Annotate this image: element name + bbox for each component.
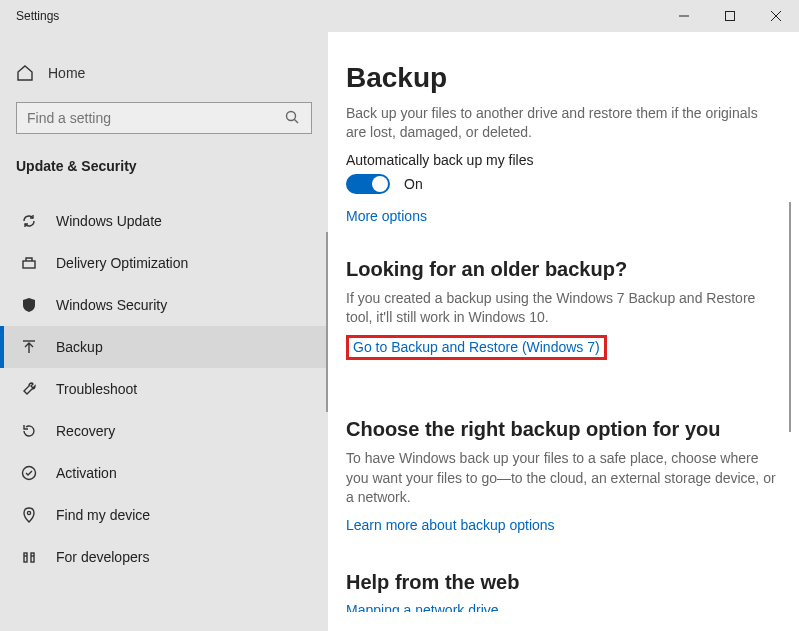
wrench-icon — [20, 380, 38, 398]
sidebar-item-troubleshoot[interactable]: Troubleshoot — [0, 368, 328, 410]
more-options-link[interactable]: More options — [346, 208, 427, 224]
search-box[interactable] — [16, 102, 312, 134]
close-icon — [771, 11, 781, 21]
toggle-heading: Automatically back up my files — [346, 152, 781, 168]
window-controls — [661, 0, 799, 32]
sidebar-item-activation[interactable]: Activation — [0, 452, 328, 494]
sidebar-item-find-my-device[interactable]: Find my device — [0, 494, 328, 536]
svg-rect-11 — [31, 553, 34, 562]
developer-icon — [20, 548, 38, 566]
auto-backup-toggle-row: On — [346, 174, 781, 194]
svg-rect-10 — [24, 553, 27, 562]
sidebar-section-title: Update & Security — [0, 152, 328, 186]
older-backup-title: Looking for an older backup? — [346, 258, 781, 281]
help-web-title: Help from the web — [346, 571, 781, 594]
titlebar: Settings — [0, 0, 799, 32]
svg-point-9 — [27, 511, 30, 514]
sidebar-item-label: Find my device — [56, 507, 150, 523]
backup-restore-win7-link[interactable]: Go to Backup and Restore (Windows 7) — [353, 339, 600, 355]
page-title: Backup — [346, 62, 781, 94]
sidebar-item-label: Windows Update — [56, 213, 162, 229]
recovery-icon — [20, 422, 38, 440]
svg-point-8 — [23, 467, 36, 480]
sidebar-item-delivery-optimization[interactable]: Delivery Optimization — [0, 242, 328, 284]
svg-rect-6 — [23, 261, 35, 268]
close-button[interactable] — [753, 0, 799, 32]
delivery-icon — [20, 254, 38, 272]
window-title: Settings — [16, 9, 59, 23]
shield-icon — [20, 296, 38, 314]
sidebar-item-label: Delivery Optimization — [56, 255, 188, 271]
content-scrollbar[interactable] — [789, 202, 791, 432]
toggle-state-label: On — [404, 176, 423, 192]
home-label: Home — [48, 65, 85, 81]
sidebar-item-label: Backup — [56, 339, 103, 355]
older-backup-body: If you created a backup using the Window… — [346, 289, 781, 328]
sidebar-item-windows-update[interactable]: Windows Update — [0, 200, 328, 242]
content-pane: Backup Back up your files to another dri… — [328, 32, 799, 631]
page-intro: Back up your files to another drive and … — [346, 104, 781, 142]
maximize-icon — [725, 11, 735, 21]
sidebar-item-label: For developers — [56, 549, 149, 565]
highlight-annotation: Go to Backup and Restore (Windows 7) — [346, 335, 607, 360]
auto-backup-toggle[interactable] — [346, 174, 390, 194]
sidebar-item-label: Troubleshoot — [56, 381, 137, 397]
svg-rect-1 — [726, 12, 735, 21]
choose-option-title: Choose the right backup option for you — [346, 418, 781, 441]
search-icon — [285, 110, 301, 126]
backup-icon — [20, 338, 38, 356]
minimize-icon — [679, 11, 689, 21]
search-input[interactable] — [27, 110, 285, 126]
svg-line-5 — [295, 120, 299, 124]
nav-list: Windows Update Delivery Optimization Win… — [0, 200, 328, 578]
sidebar-item-label: Recovery — [56, 423, 115, 439]
home-nav[interactable]: Home — [0, 56, 328, 90]
check-circle-icon — [20, 464, 38, 482]
minimize-button[interactable] — [661, 0, 707, 32]
sidebar-item-label: Activation — [56, 465, 117, 481]
learn-more-backup-link[interactable]: Learn more about backup options — [346, 517, 555, 533]
home-icon — [16, 64, 34, 82]
sidebar: Home Update & Security Windows Update De… — [0, 32, 328, 631]
sidebar-item-windows-security[interactable]: Windows Security — [0, 284, 328, 326]
choose-option-body: To have Windows back up your files to a … — [346, 449, 781, 507]
svg-point-4 — [287, 112, 296, 121]
refresh-icon — [20, 212, 38, 230]
sidebar-item-label: Windows Security — [56, 297, 167, 313]
help-link-mapping-network-drive[interactable]: Mapping a network drive — [346, 602, 781, 612]
sidebar-item-backup[interactable]: Backup — [0, 326, 328, 368]
sidebar-item-recovery[interactable]: Recovery — [0, 410, 328, 452]
location-icon — [20, 506, 38, 524]
sidebar-item-for-developers[interactable]: For developers — [0, 536, 328, 578]
maximize-button[interactable] — [707, 0, 753, 32]
